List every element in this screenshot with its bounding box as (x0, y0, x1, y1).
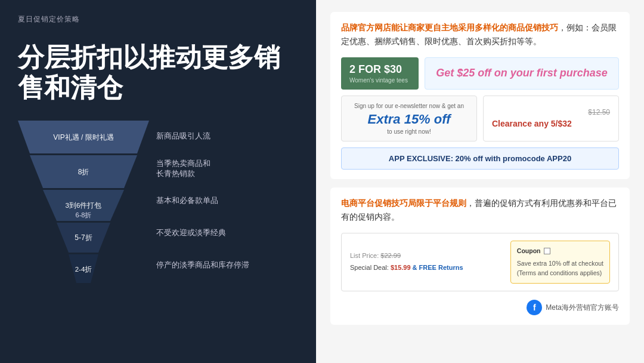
funnel-svg: VIP礼遇 / 限时礼遇 8折 3到6件打包 6-8折 5-7折 2-4折 (18, 121, 149, 285)
meta-footer: f Meta海外营销官方账号 (341, 300, 619, 315)
brand-store-section: 品牌官方网店能让商家更自主地采用多样化的商品促销技巧，例如：会员限定优惠、捆绑式… (330, 12, 630, 179)
meta-logo-icon: f (527, 300, 542, 315)
ecommerce-description: 电商平台促销技巧局限于平台规则，普遍的促销方式有利用优惠券和平台已有的促销内容。 (341, 197, 619, 224)
first-purchase-promo: Get $25 off on your first purchase (425, 57, 619, 90)
free-returns-text: & FREE Returns (413, 264, 463, 271)
svg-text:2-4折: 2-4折 (75, 266, 92, 273)
promo-row-2: Sign up for our e-newsletter now & get a… (341, 96, 619, 141)
funnel-and-labels: VIP礼遇 / 限时礼遇 8折 3到6件打包 6-8折 5-7折 2-4折 新商… (18, 121, 298, 285)
meta-label: Meta海外营销官方账号 (546, 303, 619, 313)
bundle-deal-text: 2 FOR $30 (349, 63, 410, 76)
main-title: 分层折扣以推动更多销售和清仓 (18, 42, 298, 103)
funnel-right-labels: 新商品吸引人流 当季热卖商品和长青热销款 基本和必备款单品 不受欢迎或淡季经典 … (149, 121, 249, 282)
list-price-label: List Price: (350, 252, 379, 259)
clearance-old-price: $12.50 (492, 108, 610, 116)
funnel-label-2: 当季热卖商品和长青热销款 (156, 153, 249, 185)
page-label: 夏日促销定价策略 (18, 14, 298, 24)
clearance-text: Clearance any 5/$32 (492, 119, 610, 128)
deal-list-price-row: List Price: $22.99 (350, 250, 504, 262)
extra-off-big-text: Extra 15% off (350, 112, 468, 127)
deal-special-row: Special Deal: $15.99 & FREE Returns (350, 262, 504, 274)
brand-highlight: 品牌官方网店能让商家更自主地采用多样化的商品促销技巧 (341, 23, 558, 32)
bundle-deal-subtitle: Women's vintage tees (349, 77, 410, 84)
app-exclusive-banner: APP EXCLUSIVE: 20% off with promocode AP… (341, 147, 619, 170)
extra-off-top-text: Sign up for our e-newsletter now & get a… (350, 102, 468, 110)
left-panel: 夏日促销定价策略 分层折扣以推动更多销售和清仓 VIP礼遇 / 限时礼遇 8折 … (0, 0, 316, 363)
ecommerce-highlight: 电商平台促销技巧局限于平台规则 (341, 199, 466, 208)
right-panel: 品牌官方网店能让商家更自主地采用多样化的商品促销技巧，例如：会员限定优惠、捆绑式… (316, 0, 644, 363)
bundle-promo-box: 2 FOR $30 Women's vintage tees (341, 57, 419, 90)
ecommerce-section: 电商平台促销技巧局限于平台规则，普遍的促销方式有利用优惠券和平台已有的促销内容。… (330, 187, 630, 325)
svg-text:5-7折: 5-7折 (75, 233, 92, 242)
coupon-label: Coupon (517, 247, 541, 254)
coupon-detail: Save extra 10% off at checkout (Terms an… (517, 259, 603, 279)
amazon-deal-box: List Price: $22.99 Special Deal: $15.99 … (341, 233, 619, 291)
coupon-box: Coupon Save extra 10% off at checkout (T… (510, 241, 610, 284)
svg-text:VIP礼遇 / 限时礼遇: VIP礼遇 / 限时礼遇 (53, 133, 113, 141)
funnel-label-5: 停产的淡季商品和库存停滞 (156, 250, 249, 282)
brand-description: 品牌官方网店能让商家更自主地采用多样化的商品促销技巧，例如：会员限定优惠、捆绑式… (341, 21, 619, 49)
funnel-label-4: 不受欢迎或淡季经典 (156, 217, 249, 250)
extra-off-bottom-text: to use right now! (350, 128, 468, 135)
funnel-label-3: 基本和必备款单品 (156, 185, 249, 217)
list-price-value: $22.99 (380, 252, 401, 259)
deal-left: List Price: $22.99 Special Deal: $15.99 … (350, 250, 504, 274)
special-deal-label: Special Deal: (350, 264, 389, 271)
extra-off-box: Sign up for our e-newsletter now & get a… (341, 96, 477, 141)
svg-text:3到6件打包: 3到6件打包 (66, 202, 102, 209)
clearance-box: $12.50 Clearance any 5/$32 (483, 96, 619, 141)
coupon-checkbox[interactable] (544, 248, 550, 254)
svg-text:6-8折: 6-8折 (76, 211, 92, 219)
promo-row-1: 2 FOR $30 Women's vintage tees Get $25 o… (341, 57, 619, 90)
first-purchase-text: Get $25 off on your first purchase (436, 66, 608, 80)
svg-text:8折: 8折 (78, 168, 89, 176)
funnel-label-1: 新商品吸引人流 (156, 121, 249, 153)
special-deal-value: $15.99 (391, 264, 411, 271)
funnel-diagram: VIP礼遇 / 限时礼遇 8折 3到6件打包 6-8折 5-7折 2-4折 新商… (18, 121, 298, 285)
